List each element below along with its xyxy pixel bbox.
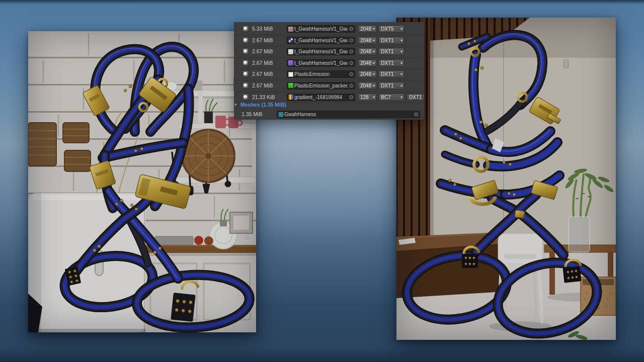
chevron-down-icon: ▾ [373, 38, 375, 43]
object-picker-icon[interactable]: ⊙ [348, 37, 354, 44]
object-picker-icon[interactable]: ⊙ [348, 71, 354, 77]
pink-texture-thumbnail-icon [288, 27, 293, 32]
wall-outlet [564, 60, 569, 68]
format-dropdown[interactable]: DXT5▾ [378, 25, 405, 33]
mesh-object-field[interactable]: GwahHarness ⊙ [277, 111, 420, 118]
texture-size: 2.67 MiB [252, 69, 273, 79]
max-size-value: 2048 [360, 71, 371, 77]
normalmap-texture-thumbnail-icon [288, 38, 293, 43]
sphere-preview-icon [244, 95, 248, 99]
texture-list: 5.33 MiB t_GwahHarnessV1_GwahHarne ⊙ 204… [234, 24, 424, 103]
meshes-header-label: Meshes (1.35 MiB) [240, 101, 286, 109]
texture-preview-button[interactable] [242, 82, 249, 89]
max-size-value: 2048 [360, 26, 371, 32]
format-dropdown[interactable]: DXT1▾ [378, 48, 405, 55]
texture-row: 2.67 MiB t_GwahHarnessV1_GwahHarne ⊙ 204… [234, 58, 424, 69]
texture-row: 2.67 MiB t_GwahHarnessV1_GwahHarne ⊙ 204… [234, 46, 424, 58]
mesh-name: GwahHarness [284, 112, 413, 117]
chevron-down-icon: ▾ [400, 72, 403, 76]
mesh-size: 1.35 MiB [242, 109, 262, 120]
texture-size: 2.67 MiB [252, 58, 273, 68]
max-size-value: 2048 [360, 38, 371, 43]
mesh-grid-thumbnail-icon [278, 112, 283, 117]
texture-object-field[interactable]: t_GwahHarnessV1_GwahHarne ⊙ [287, 25, 355, 33]
max-size-dropdown[interactable]: 2048▾ [358, 48, 377, 55]
max-size-value: 2048 [360, 49, 371, 54]
sphere-preview-icon [244, 38, 248, 42]
max-size-dropdown[interactable]: 2048▾ [358, 70, 377, 78]
texture-row: 2.67 MiB PlasticEmission_packed ⊙ 2048▾ … [234, 80, 424, 92]
format-dropdown[interactable]: DXT1▾ [378, 37, 405, 44]
texture-name: t_GwahHarnessV1_GwahHarne [294, 60, 348, 66]
max-size-dropdown[interactable]: 2048▾ [358, 25, 377, 33]
mesh-row: 1.35 MiB GwahHarness ⊙ [234, 109, 424, 120]
unity-import-panel: 5.33 MiB t_GwahHarnessV1_GwahHarne ⊙ 204… [234, 22, 424, 120]
chevron-down-icon: ▾ [373, 27, 375, 31]
chevron-down-icon: ▾ [400, 95, 403, 100]
max-size-value: 128 [360, 95, 369, 100]
meshes-section-header[interactable]: ▾ Meshes (1.35 MiB) [234, 101, 424, 109]
chevron-down-icon: ▾ [373, 61, 375, 65]
texture-object-field[interactable]: gradient_-168199984 ⊙ [287, 94, 355, 101]
object-picker-icon[interactable]: ⊙ [348, 60, 354, 66]
texture-object-field[interactable]: PlasticEmission_packed ⊙ [287, 82, 355, 89]
format-dropdown[interactable]: DXT1▾ [378, 70, 405, 78]
format-value: BC7 [381, 95, 390, 100]
format-value: DXT1 [381, 71, 394, 77]
texture-preview-button[interactable] [242, 25, 249, 32]
texture-object-field[interactable]: PlasticEmission ⊙ [287, 70, 355, 78]
max-size-value: 2048 [360, 83, 371, 88]
max-size-dropdown[interactable]: 2048▾ [358, 82, 377, 89]
right-render-image [396, 18, 616, 340]
object-picker-icon[interactable]: ⊙ [348, 26, 354, 32]
texture-object-field[interactable]: t_GwahHarnessV1_GwahHarne ⊙ [287, 59, 355, 67]
texture-preview-button[interactable] [242, 48, 249, 55]
chevron-down-icon: ▾ [400, 61, 403, 65]
format-dropdown[interactable]: DXT1▾ [378, 82, 405, 89]
format-dropdown[interactable]: BC7▾ [378, 94, 405, 101]
white-texture-thumbnail-icon [288, 72, 293, 77]
texture-name: gradient_-168199984 [294, 95, 348, 100]
chevron-down-icon: ▾ [373, 83, 375, 88]
chevron-down-icon: ▾ [400, 83, 403, 88]
chevron-down-icon: ▾ [400, 27, 403, 31]
texture-name: PlasticEmission_packed [294, 83, 348, 88]
texture-size: 2.67 MiB [252, 35, 273, 46]
sphere-preview-icon [244, 72, 248, 76]
texture-preview-button[interactable] [242, 59, 249, 66]
chevron-down-icon: ▾ [400, 38, 403, 43]
object-picker-icon[interactable]: ⊙ [348, 94, 354, 101]
object-picker-icon[interactable]: ⊙ [413, 111, 419, 118]
left-render-scene [28, 31, 256, 332]
chevron-down-icon: ▾ [373, 95, 375, 100]
max-size-dropdown[interactable]: 128▾ [358, 94, 377, 101]
texture-object-field[interactable]: t_GwahHarnessV1_GwahHarne ⊙ [287, 37, 355, 44]
texture-preview-button[interactable] [242, 94, 249, 101]
texture-preview-button[interactable] [242, 37, 249, 44]
converted-format-chip: DXT1 → [407, 94, 424, 101]
texture-name: t_GwahHarnessV1_GwahHarne [294, 49, 348, 54]
texture-size: 5.33 MiB [252, 24, 273, 34]
sphere-preview-icon [244, 27, 248, 31]
max-size-dropdown[interactable]: 2048▾ [358, 59, 377, 67]
texture-row: 2.67 MiB t_GwahHarnessV1_GwahHarne ⊙ 204… [234, 35, 424, 47]
texture-name: t_GwahHarnessV1_GwahHarne [294, 38, 348, 43]
object-picker-icon[interactable]: ⊙ [348, 48, 354, 55]
format-value: DXT1 [381, 60, 394, 66]
counter-items [155, 209, 253, 249]
rainbow-texture-thumbnail-icon [288, 95, 293, 100]
texture-preview-button[interactable] [242, 70, 249, 77]
max-size-value: 2048 [360, 60, 371, 66]
sphere-preview-icon [244, 83, 248, 87]
texture-object-field[interactable]: t_GwahHarnessV1_GwahHarne ⊙ [287, 48, 355, 55]
max-size-dropdown[interactable]: 2048▾ [358, 37, 377, 44]
right-render-scene [396, 18, 616, 340]
object-picker-icon[interactable]: ⊙ [348, 82, 354, 89]
texture-size: 2.67 MiB [252, 80, 273, 91]
format-dropdown[interactable]: DXT1▾ [378, 59, 405, 67]
format-value: DXT1 [381, 38, 394, 43]
foldout-triangle-icon[interactable]: ▾ [234, 101, 237, 109]
sphere-preview-icon [244, 49, 248, 53]
chevron-down-icon: ▾ [373, 72, 375, 76]
wicker-tray [182, 130, 234, 182]
